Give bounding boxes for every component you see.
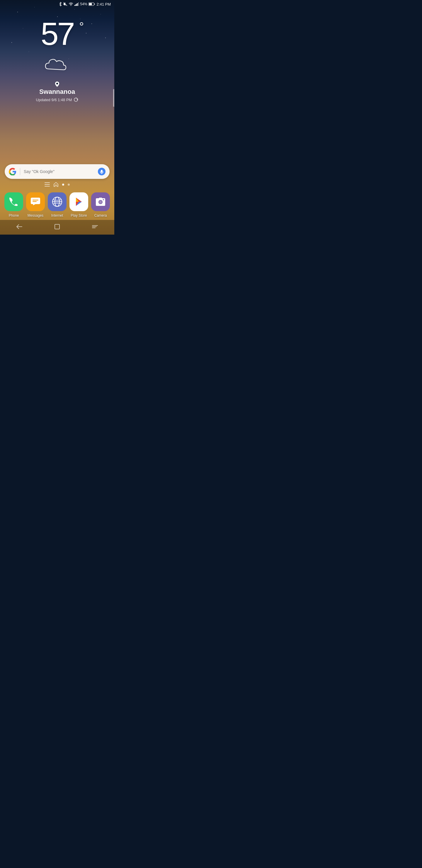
recents-button[interactable] xyxy=(48,222,66,233)
signal-icon xyxy=(74,2,79,6)
messages-label: Messages xyxy=(28,214,44,218)
camera-icon-bg xyxy=(91,192,110,211)
svg-rect-7 xyxy=(94,3,95,5)
scroll-indicator xyxy=(113,89,114,107)
camera-label: Camera xyxy=(94,214,107,218)
battery-icon xyxy=(89,2,95,6)
svg-point-27 xyxy=(103,199,104,200)
battery-percentage: 54% xyxy=(80,2,87,6)
page-dot-2[interactable] xyxy=(68,184,70,186)
phone-label: Phone xyxy=(9,214,19,218)
menu-lines-icon xyxy=(44,182,50,186)
back-button[interactable] xyxy=(10,222,28,233)
svg-rect-4 xyxy=(77,3,78,6)
mute-icon xyxy=(63,2,67,6)
google-logo xyxy=(9,168,17,175)
location-pin xyxy=(55,82,59,87)
svg-point-9 xyxy=(56,83,58,85)
app-internet[interactable]: Internet xyxy=(48,192,67,218)
weather-condition-icon xyxy=(42,56,72,77)
svg-rect-15 xyxy=(31,198,40,204)
internet-icon-bg xyxy=(48,192,67,211)
playstore-label: Play Store xyxy=(71,214,87,218)
svg-rect-5 xyxy=(78,2,79,6)
temperature-display: 57° xyxy=(41,18,73,50)
svg-rect-13 xyxy=(44,184,50,185)
svg-rect-2 xyxy=(74,5,75,6)
app-phone[interactable]: Phone xyxy=(4,192,23,218)
svg-rect-14 xyxy=(44,186,50,186)
menu-button[interactable] xyxy=(86,222,104,233)
svg-rect-12 xyxy=(44,182,50,183)
temperature-value: 57 xyxy=(41,16,73,52)
search-input[interactable] xyxy=(24,169,98,174)
app-dock: Phone Messages xyxy=(0,192,114,218)
internet-label: Internet xyxy=(51,214,63,218)
svg-point-1 xyxy=(71,5,71,6)
home-icon xyxy=(53,182,59,187)
status-bar: 54% 2:41 PM xyxy=(0,0,114,8)
weather-widget[interactable]: 57° Swannanoa Updated 9/6 1:48 PM xyxy=(0,18,114,102)
app-messages[interactable]: Messages xyxy=(26,192,45,218)
page-dot-1[interactable] xyxy=(62,184,64,186)
star xyxy=(74,9,75,10)
svg-rect-17 xyxy=(33,201,37,202)
degree-symbol: ° xyxy=(79,21,83,32)
updated-label: Updated 9/6 1:48 PM xyxy=(36,98,72,102)
bluetooth-icon xyxy=(59,2,62,6)
mic-icon[interactable] xyxy=(98,168,105,175)
svg-rect-16 xyxy=(33,200,38,200)
status-icons: 54% xyxy=(59,2,95,6)
page-indicators xyxy=(0,182,114,187)
updated-text: Updated 9/6 1:48 PM xyxy=(36,97,78,102)
star xyxy=(17,12,18,12)
nav-bar xyxy=(0,220,114,235)
svg-rect-3 xyxy=(75,4,76,6)
city-name: Swannanoa xyxy=(39,88,75,96)
search-divider xyxy=(20,168,20,175)
playstore-icon-bg xyxy=(69,192,88,211)
svg-rect-28 xyxy=(55,224,60,229)
wifi-icon xyxy=(69,2,73,6)
svg-rect-8 xyxy=(89,3,92,5)
app-camera[interactable]: Camera xyxy=(91,192,110,218)
search-bar[interactable] xyxy=(5,164,109,179)
svg-point-26 xyxy=(99,200,102,204)
status-time: 2:41 PM xyxy=(97,2,111,6)
app-playstore[interactable]: Play Store xyxy=(69,192,88,218)
messages-icon-bg xyxy=(26,192,45,211)
phone-icon-bg xyxy=(4,192,23,211)
